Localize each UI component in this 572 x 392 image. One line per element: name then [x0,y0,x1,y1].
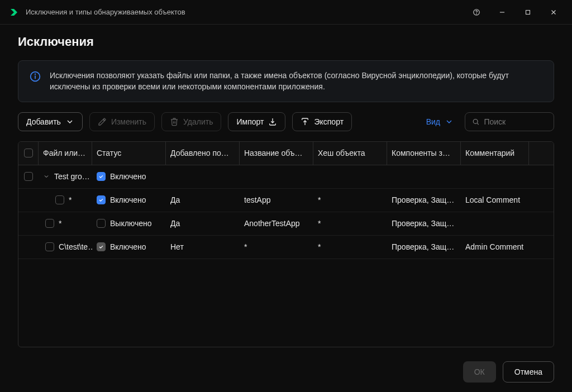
status-toggle[interactable] [97,219,106,228]
cell-status: Включено [110,195,146,204]
cell-file: * [69,195,72,204]
select-all-checkbox[interactable] [24,149,33,157]
status-toggle[interactable] [97,195,106,204]
table-empty-space [18,259,554,347]
view-label: Вид [426,117,440,126]
cell-added: Да [166,195,240,204]
export-button-label: Экспорт [314,117,344,126]
search-input-wrap[interactable] [465,112,554,131]
table-row[interactable]: * Выключено Да AnotherTestApp * Проверка… [18,212,554,236]
cell-comment: Local Comment [461,195,529,204]
page-title: Исключения [18,35,554,49]
table-row[interactable]: * Включено Да testApp * Проверка, Защи… … [18,189,554,212]
import-button[interactable]: Импорт [228,112,285,131]
add-button[interactable]: Добавить [18,112,83,131]
info-icon [30,71,41,82]
cell-added: Нет [166,242,240,251]
col-file[interactable]: Файл или… [39,142,92,165]
search-icon [472,117,479,126]
table-header: Файл или… Статус Добавлено по… Название … [18,142,554,165]
svg-line-10 [477,123,478,124]
table-row[interactable]: C\test\te… Включено Нет * * Проверка, За… [18,236,554,259]
cancel-button[interactable]: Отмена [503,361,554,383]
pencil-icon [98,117,107,126]
ok-button: ОК [463,361,496,383]
add-button-label: Добавить [26,117,61,126]
trash-icon [170,117,179,126]
chevron-down-icon [65,117,74,126]
cell-file: * [59,219,61,228]
close-button[interactable] [541,4,566,21]
svg-rect-3 [526,10,530,14]
cell-hash: * [313,219,387,228]
cell-file: C\test\te… [59,242,92,251]
col-name[interactable]: Название объ… [240,142,313,165]
cell-file: Test gro… [54,172,90,181]
export-icon [301,117,309,126]
col-hash[interactable]: Хеш объекта [313,142,387,165]
status-toggle [97,242,106,251]
edit-button: Изменить [89,112,155,131]
col-added[interactable]: Добавлено по… [166,142,240,165]
cell-components: Проверка, Защи… [387,195,461,204]
toolbar: Добавить Изменить Удалить Импорт Экспорт [18,112,554,131]
cell-components: Проверка, Защи… [387,219,461,228]
cell-status: Включено [110,172,146,181]
export-button[interactable]: Экспорт [292,112,352,131]
edit-button-label: Изменить [111,117,146,126]
chevron-down-icon [445,117,454,126]
help-button[interactable] [464,4,489,21]
cell-hash: * [313,195,387,204]
cell-comment: Admin Comment [461,242,529,251]
window-title: Исключения и типы обнаруживаемых объекто… [26,8,457,16]
col-status[interactable]: Статус [92,142,166,165]
svg-point-9 [473,119,478,123]
cell-name: AnotherTestApp [240,219,313,228]
cell-name: testApp [240,195,313,204]
dialog-footer: ОК Отмена [0,352,572,392]
import-button-label: Импорт [236,117,264,126]
view-dropdown[interactable]: Вид [422,112,458,131]
app-logo-icon [9,7,19,17]
titlebar: Исключения и типы обнаруживаемых объекто… [0,0,572,25]
table-row[interactable]: Test gro… Включено [18,165,554,189]
delete-button-label: Удалить [183,117,213,126]
row-checkbox[interactable] [45,219,54,228]
cell-name: * [240,242,313,251]
cell-added: Да [166,219,240,228]
info-banner: Исключения позволяют указать файлы или п… [18,60,554,102]
exclusions-table: Файл или… Статус Добавлено по… Название … [18,141,554,347]
import-icon [268,117,277,126]
row-checkbox[interactable] [55,195,64,204]
cell-status: Включено [110,242,146,251]
cell-components: Проверка, Защи… [387,242,461,251]
group-toggle[interactable]: Test gro… [39,172,92,181]
svg-point-8 [35,74,36,74]
delete-button: Удалить [161,112,221,131]
info-text: Исключения позволяют указать файлы или п… [50,70,542,93]
minimize-button[interactable] [489,4,515,21]
status-toggle[interactable] [97,172,106,181]
maximize-button[interactable] [515,4,541,21]
cell-hash: * [313,242,387,251]
svg-point-1 [476,13,477,14]
cell-status: Выключено [110,219,152,228]
chevron-down-icon [43,173,50,180]
row-checkbox[interactable] [24,172,33,181]
col-comment[interactable]: Комментарий [461,142,529,165]
search-input[interactable] [484,117,547,126]
row-checkbox[interactable] [45,242,54,251]
col-components[interactable]: Компоненты з… [387,142,461,165]
